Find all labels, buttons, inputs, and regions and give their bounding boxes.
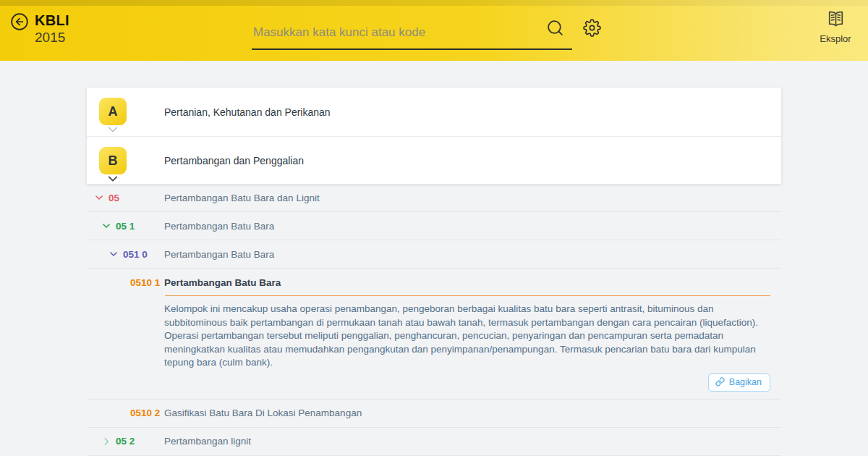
row-code: 0510 1 [130, 276, 160, 287]
row-title: Pertambangan lignit [164, 436, 251, 447]
gear-icon[interactable] [583, 19, 601, 37]
row-title: Pertambangan Batu Bara [164, 221, 274, 232]
tree-row-051[interactable]: 05 1 Pertambangan Batu Bara [87, 212, 781, 240]
detail-description: Kelompok ini mencakup usaha operasi pena… [164, 303, 770, 370]
row-code: 05 [109, 193, 119, 203]
tree-row-052[interactable]: 05 2 Pertambangan lignit [87, 428, 781, 456]
orange-divider [165, 295, 770, 296]
app-title: KBLI [35, 12, 69, 29]
chevron-spacer [116, 408, 130, 418]
tree-row-05[interactable]: 05 Pertambangan Batu Bara dan Lignit [87, 184, 781, 212]
classification-tree: 05 Pertambangan Batu Bara dan Lignit 05 … [87, 184, 781, 456]
tree-row-05102[interactable]: 0510 2 Gasifikasi Batu Bara Di Lokasi Pe… [87, 400, 781, 428]
section-row-a[interactable]: A Pertanian, Kehutanan dan Perikanan [87, 88, 781, 136]
app-year: 2015 [35, 30, 69, 46]
detail-header[interactable]: 0510 1 Pertambangan Batu Bara [87, 269, 781, 295]
row-title: Pertambangan Batu Bara [164, 276, 281, 287]
chevron-down-icon[interactable] [107, 175, 119, 182]
search-icon[interactable] [546, 19, 564, 37]
explore-label: Eksplor [809, 33, 862, 44]
tree-row-0510[interactable]: 051 0 Pertambangan Batu Bara [87, 240, 781, 269]
back-arrow-icon[interactable] [10, 12, 29, 31]
row-title: Pertambangan Batu Bara [164, 249, 274, 260]
app-header: KBLI 2015 Eksplor [0, 0, 868, 61]
row-code: 05 1 [116, 221, 135, 232]
chevron-down-icon[interactable] [101, 221, 116, 231]
app-logo: KBLI 2015 [10, 12, 69, 46]
row-title: Gasifikasi Batu Bara Di Lokasi Penambang… [164, 408, 362, 418]
section-row-b[interactable]: B Pertambangan dan Penggalian [87, 136, 781, 184]
section-badge-b[interactable]: B [99, 147, 127, 174]
row-code: 05 2 [116, 436, 135, 447]
row-title: Pertambangan Batu Bara dan Lignit [164, 193, 320, 203]
chevron-right-icon[interactable] [101, 436, 116, 447]
tree-detail-05101: 0510 1 Pertambangan Batu Bara Kelompok i… [87, 269, 781, 400]
search-box[interactable] [252, 0, 572, 50]
section-label: Pertanian, Kehutanan dan Perikanan [164, 106, 331, 118]
share-button[interactable]: Bagikan [708, 373, 770, 392]
chevron-down-icon[interactable] [94, 193, 109, 203]
open-book-icon [826, 9, 846, 29]
share-label: Bagikan [729, 377, 762, 387]
section-list: A Pertanian, Kehutanan dan Perikanan B P… [87, 88, 781, 184]
section-label: Pertambangan dan Penggalian [164, 155, 304, 166]
section-badge-a[interactable]: A [99, 98, 127, 125]
search-input[interactable] [253, 25, 557, 40]
main-content: A Pertanian, Kehutanan dan Perikanan B P… [87, 88, 781, 456]
row-code: 051 0 [123, 249, 148, 260]
chevron-down-icon[interactable] [109, 249, 123, 259]
explore-nav[interactable]: Eksplor [809, 9, 862, 44]
link-icon [715, 377, 725, 387]
chevron-down-icon[interactable] [107, 126, 119, 133]
row-code: 0510 2 [130, 408, 160, 418]
